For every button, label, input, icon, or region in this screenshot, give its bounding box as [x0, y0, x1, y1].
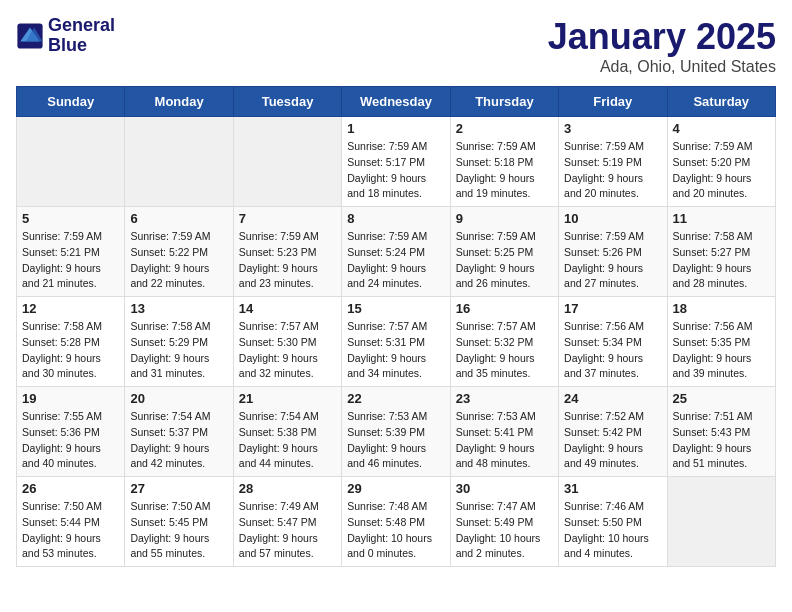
day-info: Sunrise: 7:59 AMSunset: 5:17 PMDaylight:…	[347, 139, 444, 202]
day-info: Sunrise: 7:59 AMSunset: 5:21 PMDaylight:…	[22, 229, 119, 292]
day-info: Sunrise: 7:51 AMSunset: 5:43 PMDaylight:…	[673, 409, 770, 472]
calendar-cell: 27Sunrise: 7:50 AMSunset: 5:45 PMDayligh…	[125, 477, 233, 567]
calendar-cell: 25Sunrise: 7:51 AMSunset: 5:43 PMDayligh…	[667, 387, 775, 477]
day-number: 18	[673, 301, 770, 316]
calendar-cell: 17Sunrise: 7:56 AMSunset: 5:34 PMDayligh…	[559, 297, 667, 387]
day-number: 20	[130, 391, 227, 406]
day-info: Sunrise: 7:59 AMSunset: 5:22 PMDaylight:…	[130, 229, 227, 292]
day-number: 13	[130, 301, 227, 316]
calendar-cell: 22Sunrise: 7:53 AMSunset: 5:39 PMDayligh…	[342, 387, 450, 477]
calendar-cell: 2Sunrise: 7:59 AMSunset: 5:18 PMDaylight…	[450, 117, 558, 207]
weekday-header: Saturday	[667, 87, 775, 117]
calendar-cell	[17, 117, 125, 207]
calendar-cell: 14Sunrise: 7:57 AMSunset: 5:30 PMDayligh…	[233, 297, 341, 387]
day-number: 15	[347, 301, 444, 316]
day-info: Sunrise: 7:49 AMSunset: 5:47 PMDaylight:…	[239, 499, 336, 562]
logo-icon	[16, 22, 44, 50]
day-info: Sunrise: 7:59 AMSunset: 5:24 PMDaylight:…	[347, 229, 444, 292]
month-title: January 2025	[548, 16, 776, 58]
day-number: 8	[347, 211, 444, 226]
calendar-cell: 8Sunrise: 7:59 AMSunset: 5:24 PMDaylight…	[342, 207, 450, 297]
day-info: Sunrise: 7:46 AMSunset: 5:50 PMDaylight:…	[564, 499, 661, 562]
day-info: Sunrise: 7:59 AMSunset: 5:25 PMDaylight:…	[456, 229, 553, 292]
day-info: Sunrise: 7:59 AMSunset: 5:26 PMDaylight:…	[564, 229, 661, 292]
day-info: Sunrise: 7:57 AMSunset: 5:32 PMDaylight:…	[456, 319, 553, 382]
calendar-cell: 1Sunrise: 7:59 AMSunset: 5:17 PMDaylight…	[342, 117, 450, 207]
day-info: Sunrise: 7:58 AMSunset: 5:27 PMDaylight:…	[673, 229, 770, 292]
day-number: 26	[22, 481, 119, 496]
day-info: Sunrise: 7:58 AMSunset: 5:29 PMDaylight:…	[130, 319, 227, 382]
day-number: 30	[456, 481, 553, 496]
calendar-cell: 28Sunrise: 7:49 AMSunset: 5:47 PMDayligh…	[233, 477, 341, 567]
location-title: Ada, Ohio, United States	[548, 58, 776, 76]
weekday-header: Wednesday	[342, 87, 450, 117]
day-info: Sunrise: 7:52 AMSunset: 5:42 PMDaylight:…	[564, 409, 661, 472]
day-number: 31	[564, 481, 661, 496]
day-number: 22	[347, 391, 444, 406]
calendar-table: SundayMondayTuesdayWednesdayThursdayFrid…	[16, 86, 776, 567]
day-number: 28	[239, 481, 336, 496]
calendar-week-row: 19Sunrise: 7:55 AMSunset: 5:36 PMDayligh…	[17, 387, 776, 477]
day-number: 6	[130, 211, 227, 226]
day-info: Sunrise: 7:57 AMSunset: 5:30 PMDaylight:…	[239, 319, 336, 382]
day-info: Sunrise: 7:55 AMSunset: 5:36 PMDaylight:…	[22, 409, 119, 472]
logo: General Blue	[16, 16, 115, 56]
day-number: 12	[22, 301, 119, 316]
day-number: 25	[673, 391, 770, 406]
calendar-cell: 4Sunrise: 7:59 AMSunset: 5:20 PMDaylight…	[667, 117, 775, 207]
day-info: Sunrise: 7:53 AMSunset: 5:39 PMDaylight:…	[347, 409, 444, 472]
day-info: Sunrise: 7:57 AMSunset: 5:31 PMDaylight:…	[347, 319, 444, 382]
title-section: January 2025 Ada, Ohio, United States	[548, 16, 776, 76]
calendar-cell: 3Sunrise: 7:59 AMSunset: 5:19 PMDaylight…	[559, 117, 667, 207]
calendar-cell: 6Sunrise: 7:59 AMSunset: 5:22 PMDaylight…	[125, 207, 233, 297]
calendar-cell	[125, 117, 233, 207]
calendar-cell: 21Sunrise: 7:54 AMSunset: 5:38 PMDayligh…	[233, 387, 341, 477]
calendar-cell: 5Sunrise: 7:59 AMSunset: 5:21 PMDaylight…	[17, 207, 125, 297]
calendar-cell: 18Sunrise: 7:56 AMSunset: 5:35 PMDayligh…	[667, 297, 775, 387]
day-info: Sunrise: 7:53 AMSunset: 5:41 PMDaylight:…	[456, 409, 553, 472]
day-number: 24	[564, 391, 661, 406]
weekday-header: Friday	[559, 87, 667, 117]
day-number: 19	[22, 391, 119, 406]
day-info: Sunrise: 7:54 AMSunset: 5:37 PMDaylight:…	[130, 409, 227, 472]
calendar-cell: 23Sunrise: 7:53 AMSunset: 5:41 PMDayligh…	[450, 387, 558, 477]
day-number: 5	[22, 211, 119, 226]
calendar-week-row: 12Sunrise: 7:58 AMSunset: 5:28 PMDayligh…	[17, 297, 776, 387]
day-info: Sunrise: 7:54 AMSunset: 5:38 PMDaylight:…	[239, 409, 336, 472]
day-number: 27	[130, 481, 227, 496]
calendar-cell	[667, 477, 775, 567]
day-number: 1	[347, 121, 444, 136]
day-number: 11	[673, 211, 770, 226]
weekday-header: Tuesday	[233, 87, 341, 117]
day-info: Sunrise: 7:59 AMSunset: 5:19 PMDaylight:…	[564, 139, 661, 202]
weekday-header: Thursday	[450, 87, 558, 117]
day-number: 9	[456, 211, 553, 226]
weekday-header: Sunday	[17, 87, 125, 117]
day-info: Sunrise: 7:56 AMSunset: 5:34 PMDaylight:…	[564, 319, 661, 382]
calendar-week-row: 26Sunrise: 7:50 AMSunset: 5:44 PMDayligh…	[17, 477, 776, 567]
calendar-cell	[233, 117, 341, 207]
day-info: Sunrise: 7:48 AMSunset: 5:48 PMDaylight:…	[347, 499, 444, 562]
calendar-cell: 7Sunrise: 7:59 AMSunset: 5:23 PMDaylight…	[233, 207, 341, 297]
calendar-cell: 31Sunrise: 7:46 AMSunset: 5:50 PMDayligh…	[559, 477, 667, 567]
day-number: 2	[456, 121, 553, 136]
day-number: 21	[239, 391, 336, 406]
calendar-cell: 9Sunrise: 7:59 AMSunset: 5:25 PMDaylight…	[450, 207, 558, 297]
day-number: 16	[456, 301, 553, 316]
day-number: 23	[456, 391, 553, 406]
calendar-cell: 20Sunrise: 7:54 AMSunset: 5:37 PMDayligh…	[125, 387, 233, 477]
day-number: 7	[239, 211, 336, 226]
page-header: General Blue January 2025 Ada, Ohio, Uni…	[16, 16, 776, 76]
calendar-cell: 10Sunrise: 7:59 AMSunset: 5:26 PMDayligh…	[559, 207, 667, 297]
logo-line2: Blue	[48, 36, 115, 56]
day-info: Sunrise: 7:56 AMSunset: 5:35 PMDaylight:…	[673, 319, 770, 382]
calendar-cell: 16Sunrise: 7:57 AMSunset: 5:32 PMDayligh…	[450, 297, 558, 387]
calendar-cell: 26Sunrise: 7:50 AMSunset: 5:44 PMDayligh…	[17, 477, 125, 567]
day-info: Sunrise: 7:59 AMSunset: 5:23 PMDaylight:…	[239, 229, 336, 292]
day-number: 17	[564, 301, 661, 316]
day-info: Sunrise: 7:59 AMSunset: 5:18 PMDaylight:…	[456, 139, 553, 202]
day-number: 3	[564, 121, 661, 136]
calendar-cell: 11Sunrise: 7:58 AMSunset: 5:27 PMDayligh…	[667, 207, 775, 297]
calendar-header-row: SundayMondayTuesdayWednesdayThursdayFrid…	[17, 87, 776, 117]
calendar-week-row: 5Sunrise: 7:59 AMSunset: 5:21 PMDaylight…	[17, 207, 776, 297]
